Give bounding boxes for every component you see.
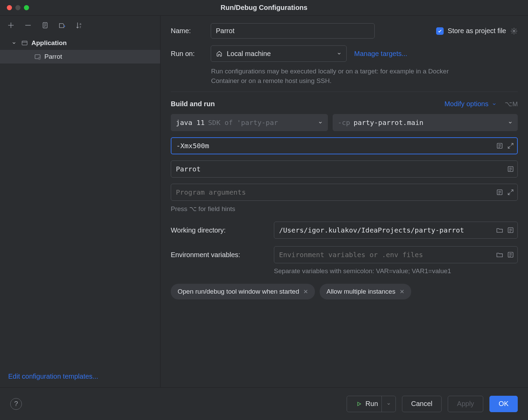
field-hint: Press ⌥ for field hints: [171, 205, 518, 213]
remove-config-icon[interactable]: [23, 20, 33, 30]
chevron-down-icon: [492, 102, 497, 107]
titlebar: Run/Debug Configurations: [0, 0, 528, 16]
tree-item-parrot[interactable]: Parrot: [0, 50, 160, 64]
modify-options-link[interactable]: Modify options: [444, 100, 488, 108]
name-label: Name:: [171, 27, 203, 35]
tag-allow-multiple[interactable]: Allow multiple instances ✕: [320, 284, 411, 299]
tag-open-tool-window[interactable]: Open run/debug tool window when started …: [171, 284, 315, 299]
env-input[interactable]: [274, 246, 518, 263]
env-hint: Separate variables with semicolon: VAR=v…: [274, 267, 518, 275]
sidebar-toolbar: az: [0, 16, 160, 35]
zoom-window-icon[interactable]: [24, 5, 29, 10]
chevron-down-icon: [12, 41, 16, 45]
svg-point-6: [513, 30, 515, 32]
help-button[interactable]: ?: [10, 398, 22, 410]
cp-value: party-parrot.main: [353, 118, 423, 127]
folder-icon[interactable]: [496, 226, 503, 234]
home-icon: [216, 50, 223, 57]
cancel-button[interactable]: Cancel: [402, 396, 442, 412]
run-button-dropdown[interactable]: [381, 396, 395, 412]
options-tags: Open run/debug tool window when started …: [171, 284, 518, 299]
svg-text:z: z: [80, 25, 81, 29]
folder-icon[interactable]: [496, 251, 503, 258]
main-panel: Name: Store as project file Run on: Loca…: [161, 16, 528, 387]
history-icon[interactable]: [507, 165, 514, 173]
workdir-field: [274, 222, 518, 239]
manage-targets-link[interactable]: Manage targets...: [354, 50, 407, 58]
classpath-select[interactable]: -cp party-parrot.main: [333, 114, 518, 131]
store-project-file-checkbox[interactable]: [436, 27, 444, 35]
jdk-value: java 11: [176, 118, 205, 127]
jdk-select[interactable]: java 11 SDK of 'party-par: [171, 114, 328, 131]
expand-icon[interactable]: [507, 188, 514, 196]
expand-icon[interactable]: [507, 142, 514, 150]
workdir-label: Working directory:: [171, 226, 266, 234]
vm-options-field: [171, 137, 518, 154]
play-icon: [356, 401, 362, 407]
close-icon[interactable]: ✕: [400, 288, 404, 295]
program-args-input[interactable]: [171, 184, 518, 201]
runon-label: Run on:: [171, 50, 203, 58]
runon-value: Local machine: [227, 50, 271, 58]
run-button[interactable]: Run: [347, 396, 396, 412]
modify-options-shortcut: ⌥M: [505, 100, 518, 108]
sidebar: az Application Parrot Edit configuration…: [0, 16, 161, 387]
env-label: Environment variables:: [171, 251, 266, 259]
tree-group-application[interactable]: Application: [0, 36, 160, 50]
history-icon[interactable]: [496, 142, 503, 150]
ok-button[interactable]: OK: [489, 396, 518, 412]
env-field: [274, 246, 518, 263]
application-type-icon: [21, 40, 28, 46]
history-icon[interactable]: [507, 226, 514, 234]
name-input[interactable]: [211, 23, 375, 39]
tag-label: Open run/debug tool window when started: [178, 288, 299, 295]
build-run-title: Build and run: [171, 100, 215, 108]
tree-item-label: Parrot: [44, 53, 62, 60]
footer: ? Run Cancel Apply OK: [0, 387, 528, 420]
save-config-icon[interactable]: [57, 20, 67, 30]
chevron-down-icon: [318, 120, 323, 125]
apply-button[interactable]: Apply: [448, 396, 483, 412]
vm-options-input[interactable]: [171, 137, 518, 154]
edit-templates-link[interactable]: Edit configuration templates...: [8, 373, 98, 380]
tree-group-label: Application: [31, 39, 67, 47]
main-class-field: [171, 160, 518, 178]
config-tree: Application Parrot: [0, 35, 160, 65]
window-controls: [0, 5, 29, 10]
workdir-input[interactable]: [274, 222, 518, 239]
program-args-field: [171, 184, 518, 201]
main-class-input[interactable]: [171, 160, 518, 178]
svg-rect-3: [22, 41, 27, 45]
jdk-hint: SDK of 'party-par: [208, 118, 278, 127]
chevron-down-icon: [508, 120, 513, 125]
history-icon[interactable]: [496, 188, 503, 196]
chevron-down-icon: [387, 402, 391, 406]
separator: [171, 92, 518, 92]
close-icon[interactable]: ✕: [303, 288, 308, 295]
store-project-file-label: Store as project file: [448, 27, 506, 35]
runon-select[interactable]: Local machine: [211, 45, 347, 62]
close-window-icon[interactable]: [7, 5, 12, 10]
sort-config-icon[interactable]: az: [74, 20, 84, 30]
chevron-down-icon: [337, 51, 342, 56]
copy-config-icon[interactable]: [40, 20, 50, 30]
gear-icon[interactable]: [510, 27, 518, 35]
run-config-icon: [34, 53, 41, 60]
cp-prefix: -cp: [338, 118, 350, 127]
svg-point-5: [38, 57, 41, 60]
history-icon[interactable]: [507, 251, 514, 258]
run-button-label: Run: [365, 400, 378, 408]
window-title: Run/Debug Configurations: [0, 4, 528, 12]
add-config-icon[interactable]: [6, 20, 16, 30]
runon-hint: Run configurations may be executed local…: [211, 67, 457, 85]
tag-label: Allow multiple instances: [326, 288, 395, 295]
minimize-window-icon[interactable]: [15, 5, 20, 10]
check-icon: [437, 29, 442, 33]
